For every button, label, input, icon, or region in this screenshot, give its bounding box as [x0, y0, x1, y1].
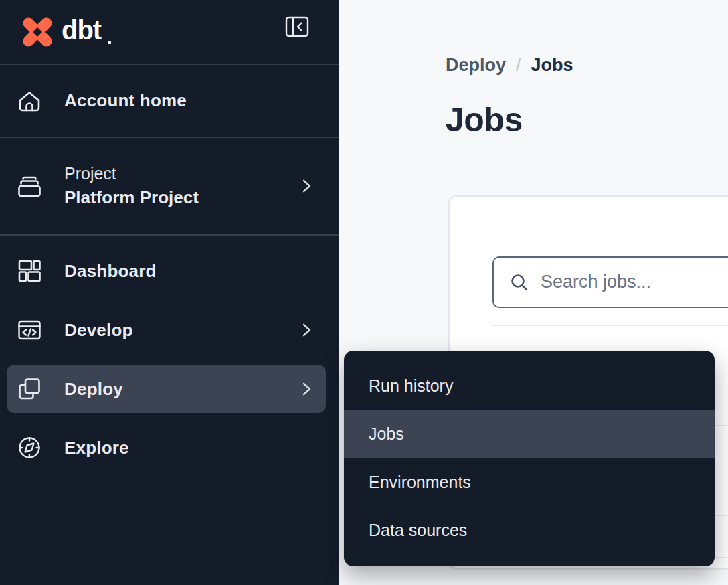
dashboard-icon	[16, 258, 43, 284]
sidebar-item-dashboard[interactable]: Dashboard	[0, 242, 339, 301]
deploy-submenu: Run history Jobs Environments Data sourc…	[344, 351, 715, 566]
explore-compass-icon	[16, 434, 43, 461]
page-title: Jobs	[446, 100, 523, 139]
sidebar-item-project[interactable]: Project Platform Project	[0, 138, 339, 234]
project-eyebrow-label: Project	[64, 164, 199, 183]
search-jobs-input[interactable]	[541, 272, 728, 292]
sidebar-item-label: Develop	[64, 320, 133, 341]
breadcrumb-deploy-link[interactable]: Deploy	[446, 55, 506, 76]
search-box	[492, 256, 728, 308]
breadcrumb-separator: /	[516, 55, 521, 76]
chevron-right-icon	[302, 179, 311, 193]
panel-collapse-icon	[285, 16, 309, 37]
submenu-item-data-sources[interactable]: Data sources	[344, 506, 715, 554]
divider	[492, 325, 728, 326]
nav-highlight	[7, 247, 326, 295]
dbt-logo: dbt	[19, 13, 111, 51]
sidebar-item-label: Dashboard	[64, 261, 157, 282]
sidebar-item-develop[interactable]: Develop	[0, 301, 339, 359]
sidebar-item-explore[interactable]: Explore	[0, 418, 339, 477]
dbt-logo-text: dbt	[62, 17, 101, 48]
sidebar: dbt Account home	[0, 0, 339, 585]
sidebar-item-label: Explore	[64, 438, 129, 458]
dbt-logo-mark-icon	[19, 13, 56, 51]
submenu-item-environments[interactable]: Environments	[344, 458, 715, 506]
logo-dot	[108, 41, 111, 44]
sidebar-item-label: Account home	[64, 90, 187, 111]
submenu-item-jobs[interactable]: Jobs	[344, 410, 715, 458]
nav-highlight-active	[7, 365, 326, 413]
breadcrumb: Deploy / Jobs	[446, 55, 573, 76]
sidebar-item-label: Deploy	[64, 379, 123, 400]
search-icon	[509, 272, 530, 293]
home-icon	[16, 88, 43, 114]
deploy-overlapping-squares-icon	[16, 375, 43, 402]
sidebar-item-deploy[interactable]: Deploy	[0, 359, 339, 418]
nav-highlight	[7, 424, 326, 472]
sidebar-item-account-home[interactable]: Account home	[0, 65, 339, 137]
project-stack-icon	[16, 173, 43, 199]
chevron-right-icon	[302, 382, 311, 396]
chevron-right-icon	[302, 323, 311, 337]
breadcrumb-current: Jobs	[531, 55, 573, 76]
project-name-label: Platform Project	[64, 187, 199, 208]
develop-code-window-icon	[16, 317, 43, 343]
project-text: Project Platform Project	[64, 164, 199, 208]
nav-highlight	[7, 306, 326, 354]
collapse-sidebar-button[interactable]	[285, 16, 309, 37]
sidebar-header: dbt	[0, 0, 339, 64]
sidebar-nav: Dashboard Develop	[0, 236, 339, 477]
submenu-item-run-history[interactable]: Run history	[344, 361, 715, 410]
